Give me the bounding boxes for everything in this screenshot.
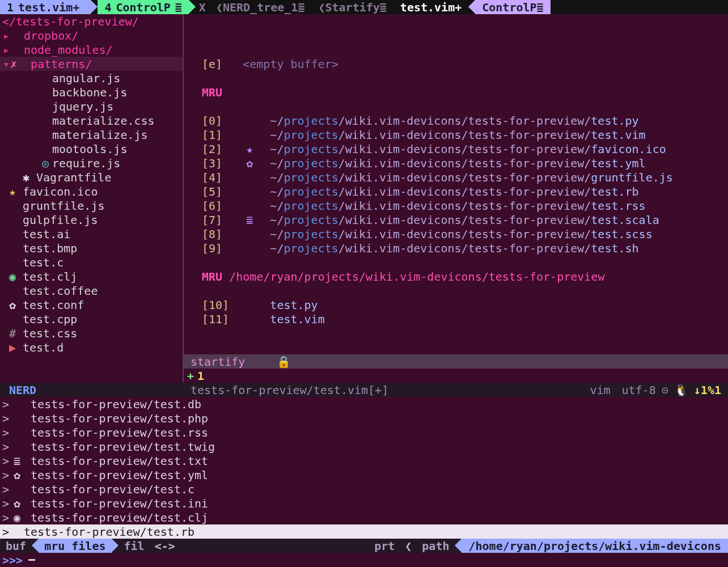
separator-icon — [189, 0, 196, 14]
arrows-label: <-> — [150, 539, 180, 553]
file-label: test.ai — [23, 227, 70, 241]
nerdtree-file[interactable]: materialize.js — [0, 128, 183, 142]
startify-mru-item[interactable]: [0] ~/projects/wiki.vim-devicons/tests-f… — [202, 113, 728, 128]
mru-filename: test.sh — [591, 242, 638, 255]
startify-mru-item[interactable]: [6] ~/projects/wiki.vim-devicons/tests-f… — [202, 198, 728, 213]
status-left: NERD — [0, 383, 184, 397]
ctrlp-row[interactable]: > tests-for-preview/test.c — [0, 482, 728, 496]
caret-icon: > — [2, 412, 10, 425]
ctrlp-path-label: path — [416, 539, 455, 553]
nerdtree-file[interactable]: test.c — [0, 255, 183, 269]
ctrlp-row-selected[interactable]: > tests-for-preview/test.rb — [0, 524, 728, 539]
ctrlp-path: tests-for-preview/test.txt — [31, 454, 208, 468]
buffer-startify[interactable]: ❮ Startify ≣ — [311, 0, 393, 14]
nerdtree-file[interactable]: ◉test.clj — [0, 269, 183, 284]
nerdtree-file[interactable]: test.bmp — [0, 241, 183, 255]
ctrlp-path: tests-for-preview/test.php — [31, 412, 208, 425]
nerdtree-file[interactable]: test.cpp — [0, 312, 183, 326]
mru-cwd-path: /home/ryan/projects/wiki.vim-devicons/te… — [229, 270, 604, 284]
file-icon: ◎ — [39, 156, 52, 170]
ctrlp-path: tests-for-preview/test.c — [31, 483, 194, 496]
tab-1-name: test.vim+ — [18, 1, 79, 14]
nerdtree-folder-patterns[interactable]: ▾ ✗ patterns/ — [0, 57, 183, 71]
ctrlp-row[interactable]: > tests-for-preview/test.php — [0, 411, 728, 425]
nerdtree-file[interactable]: materialize.css — [0, 113, 183, 128]
nerdtree-file[interactable]: jquery.js — [0, 99, 183, 113]
tab-2-num: 4 — [104, 1, 111, 14]
startify-mru-item[interactable]: [1] ~/projects/wiki.vim-devicons/tests-f… — [202, 128, 728, 142]
caret-icon: > — [2, 454, 10, 468]
file-icon: ◉ — [10, 511, 24, 524]
buffer-testvim[interactable]: test.vim+ — [393, 0, 468, 14]
chevron-left-icon: ❮ — [400, 539, 416, 553]
nerdtree-file[interactable]: ✿test.conf — [0, 298, 183, 312]
startify-mru-item[interactable]: [3] ✿ ~/projects/wiki.vim-devicons/tests… — [202, 156, 728, 170]
nerdtree-file[interactable]: ✱ Vagrantfile — [0, 170, 183, 184]
nerdtree-file[interactable]: #test.css — [0, 326, 183, 340]
ctrlp-modeline: buf mru files fil <-> prt ❮ path /home/r… — [0, 539, 728, 553]
startify-mru-item[interactable]: [10] test.py — [202, 298, 728, 312]
ctrlp-results[interactable]: > tests-for-preview/test.db> tests-for-p… — [0, 397, 728, 539]
tab-1[interactable]: 1 test.vim+ — [0, 0, 91, 14]
file-label: jquery.js — [52, 100, 113, 113]
file-icon: ★ — [2, 185, 23, 198]
buffer-controlp[interactable]: ControlP ≣ — [475, 0, 550, 14]
startify-empty[interactable]: [e] <empty buffer> — [202, 57, 728, 71]
ctrlp-path: tests-for-preview/test.ini — [31, 497, 208, 510]
file-icon: ✿ — [2, 298, 23, 312]
startify-panel[interactable]: [e] <empty buffer> MRU [0] ~/projects/wi… — [184, 14, 728, 383]
nerdtree-file[interactable]: gulpfile.js — [0, 213, 183, 227]
startify-mru-item[interactable]: [4] ~/projects/wiki.vim-devicons/tests-f… — [202, 170, 728, 184]
nerdtree-file[interactable]: backbone.js — [0, 85, 183, 99]
ctrlp-path: tests-for-preview/test.yml — [31, 468, 208, 482]
caret-icon: > — [2, 426, 10, 439]
x-icon: ✗ — [10, 57, 17, 71]
ctrlp-mode-buf[interactable]: buf — [0, 539, 32, 553]
buffer-nerdtree[interactable]: ❮ NERD_tree_1 ≣ — [209, 0, 312, 14]
ctrlp-row[interactable]: > tests-for-preview/test.rss — [0, 425, 728, 439]
close-tab-button[interactable]: X — [196, 0, 209, 14]
mru-filename: test.scala — [591, 213, 659, 227]
startify-mru-item[interactable]: [2] ★ ~/projects/wiki.vim-devicons/tests… — [202, 142, 728, 156]
ctrlp-row[interactable]: > tests-for-preview/test.twig — [0, 439, 728, 454]
nerdtree-folder[interactable]: ▸ node_modules/ — [0, 43, 183, 57]
ctrlp-mode-fil[interactable]: fil — [118, 539, 150, 553]
startify-mru-item[interactable]: [8] ~/projects/wiki.vim-devicons/tests-f… — [202, 227, 728, 241]
separator-icon — [455, 539, 462, 552]
ctrlp-row[interactable]: >≣ tests-for-preview/test.txt — [0, 454, 728, 468]
file-label: mootools.js — [52, 142, 127, 156]
file-label: materialize.js — [52, 128, 148, 142]
startify-mru-item[interactable]: [9] ~/projects/wiki.vim-devicons/tests-f… — [202, 241, 728, 255]
ctrlp-prompt[interactable]: >>> — [0, 553, 728, 567]
separator-icon — [91, 0, 98, 14]
tab-1-num: 1 — [7, 1, 14, 14]
startify-mru-item[interactable]: [11] test.vim — [202, 312, 728, 326]
caret-icon: > — [2, 468, 10, 482]
nerdtree-file[interactable]: test.ai — [0, 227, 183, 241]
nerdtree-file[interactable]: test.coffee — [0, 284, 183, 298]
nerdtree-panel[interactable]: </tests-for-preview/ ▸ dropbox/▸ node_mo… — [0, 14, 184, 383]
nerdtree-root[interactable]: </tests-for-preview/ — [2, 15, 139, 28]
startify-mru-item[interactable]: [7] ≣ ~/projects/wiki.vim-devicons/tests… — [202, 213, 728, 227]
nerdtree-file[interactable]: ▶test.d — [0, 340, 183, 354]
ctrlp-row[interactable]: >✿ tests-for-preview/test.yml — [0, 468, 728, 482]
nerdtree-folder[interactable]: ▸ dropbox/ — [0, 28, 183, 43]
startify-mru-item[interactable]: [5] ~/projects/wiki.vim-devicons/tests-f… — [202, 184, 728, 198]
nerdtree-file[interactable]: angular.js — [0, 71, 183, 85]
ctrlp-row[interactable]: >✿ tests-for-preview/test.ini — [0, 496, 728, 510]
nerdtree-file[interactable]: ★favicon.ico — [0, 184, 183, 198]
circle-icon: ⊝ — [662, 383, 668, 397]
file-label: favicon.ico — [23, 185, 98, 198]
ctrlp-row[interactable]: > tests-for-preview/test.db — [0, 397, 728, 411]
chevron-down-icon: ▾ — [2, 57, 10, 71]
tab-2-active[interactable]: 4 ControlP ≣ — [98, 0, 188, 14]
chevron-right-icon: ▸ — [2, 29, 10, 43]
nerdtree-file[interactable]: ◎ require.js — [0, 156, 183, 170]
ctrlp-row[interactable]: >◉ tests-for-preview/test.clj — [0, 510, 728, 524]
status-position: ↓1%1 — [694, 383, 721, 397]
list-icon: ≣ — [298, 1, 304, 14]
nerdtree-file[interactable]: gruntfile.js — [0, 198, 183, 213]
mru-filename: test.yml — [591, 156, 645, 170]
nerdtree-file[interactable]: mootools.js — [0, 142, 183, 156]
ctrlp-mode-mru-active[interactable]: mru files — [39, 539, 111, 553]
